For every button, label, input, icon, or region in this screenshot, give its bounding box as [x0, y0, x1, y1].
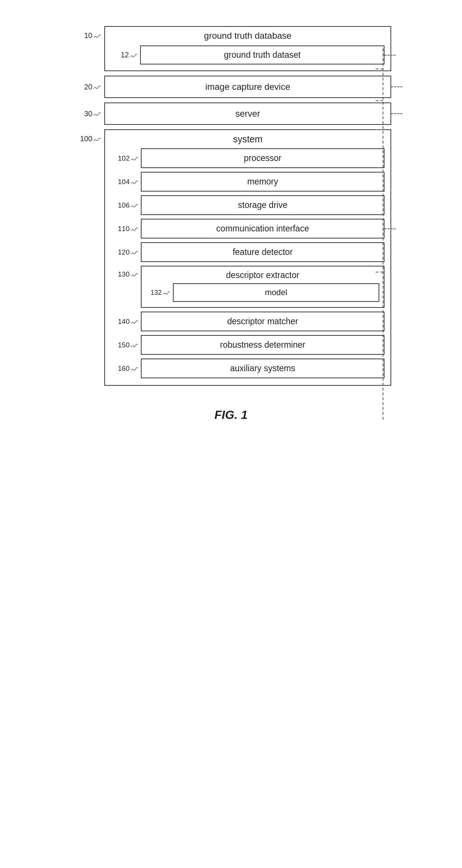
- squiggle-12: [130, 52, 138, 59]
- aux-label: auxiliary systems: [230, 363, 295, 373]
- processor-label: processor: [244, 153, 282, 163]
- storage-label: storage drive: [238, 200, 288, 210]
- memory-label: memory: [247, 177, 278, 186]
- processor-box: processor: [141, 148, 385, 168]
- robust-label: robustness determiner: [220, 340, 306, 350]
- squiggle-132: [162, 289, 171, 296]
- system-label: system: [111, 134, 385, 148]
- label-30: 30: [84, 110, 92, 118]
- aux-box: auxiliary systems: [141, 359, 385, 378]
- label-104: 104: [118, 178, 130, 186]
- squiggle-100: [93, 136, 101, 142]
- label-10: 10: [84, 31, 92, 40]
- gtds-label: ground truth dataset: [224, 50, 301, 60]
- squiggle-140: [130, 318, 139, 325]
- label-100: 100: [80, 135, 92, 143]
- comm-label: communication interface: [216, 224, 309, 233]
- storage-box: storage drive: [141, 195, 385, 215]
- label-160: 160: [118, 364, 130, 373]
- robust-box: robustness determiner: [141, 335, 385, 355]
- model-box: model: [173, 283, 379, 302]
- system-outer-box: system 102 processor: [104, 129, 391, 386]
- model-label: model: [265, 288, 287, 297]
- label-150: 150: [118, 341, 130, 349]
- squiggle-104: [130, 179, 139, 185]
- label-12: 12: [121, 51, 129, 59]
- server-label: server: [235, 108, 260, 119]
- label-120: 120: [118, 248, 130, 256]
- squiggle-106: [130, 202, 139, 209]
- squiggle-30: [93, 110, 101, 117]
- squiggle-102: [130, 155, 139, 162]
- server-box: server: [104, 102, 391, 125]
- memory-box: memory: [141, 172, 385, 192]
- squiggle-20: [93, 83, 101, 90]
- squiggle-160: [130, 365, 139, 372]
- icd-box: image capture device: [104, 76, 391, 98]
- squiggle-110: [130, 225, 139, 232]
- feature-label: feature detector: [232, 247, 292, 257]
- desc-ext-outer: descriptor extractor 132 model: [141, 266, 385, 308]
- label-106: 106: [118, 201, 130, 209]
- label-130: 130: [118, 270, 130, 278]
- comm-box: communication interface: [141, 219, 385, 239]
- desc-match-label: descriptor matcher: [227, 316, 298, 326]
- label-140: 140: [118, 318, 130, 326]
- label-102: 102: [118, 154, 130, 162]
- feature-box: feature detector: [141, 242, 385, 262]
- squiggle-130: [130, 271, 139, 278]
- label-110: 110: [118, 225, 130, 233]
- figure-caption: FIG. 1: [71, 408, 391, 422]
- squiggle-150: [130, 342, 139, 348]
- squiggle-10: [93, 32, 101, 39]
- icd-label: image capture device: [205, 82, 290, 92]
- gtdb-label: ground truth database: [111, 31, 385, 44]
- label-132: 132: [151, 289, 162, 297]
- desc-match-box: descriptor matcher: [141, 312, 385, 331]
- desc-ext-label: descriptor extractor: [146, 270, 379, 280]
- label-20: 20: [84, 83, 92, 91]
- squiggle-120: [130, 249, 139, 256]
